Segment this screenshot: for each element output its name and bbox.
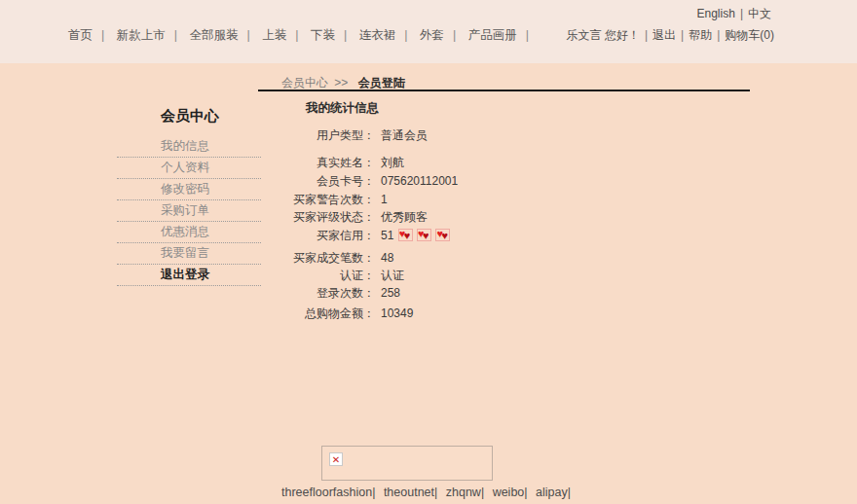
breadcrumb-current-page: 会员登陆 [358,76,405,90]
stat-row-real-name: 真实姓名：刘航 [224,155,404,171]
stat-label: 认证： [224,268,375,284]
stat-value: 认证 [381,269,404,282]
stat-label: 真实姓名： [224,155,375,171]
separator: | [481,486,484,499]
stat-label: 总购物金额： [224,306,375,322]
stat-value: 51 [381,229,393,242]
nav-item-new-arrivals[interactable]: 新款上市 [117,28,166,42]
user-bar: 乐文言 您好！|退出|帮助|购物车(0) [567,27,774,44]
stat-row-member-card-no: 会员卡号：075620112001 [224,173,458,190]
stat-value: 10349 [381,306,413,320]
stat-label: 买家成交笔数： [224,250,375,267]
stat-value: 48 [381,251,393,265]
footer-link-threefloorfashion[interactable]: threefloorfashion [281,486,372,499]
header: English|中文 首页| 新款上市| 全部服装| 上装| 下装| 连衣裙| … [0,0,857,63]
nav-item-catalog[interactable]: 产品画册 [468,28,517,42]
stat-row-user-type: 用户类型：普通会员 [224,127,428,144]
nav-item-bottoms[interactable]: 下装 [311,28,335,42]
stats-title: 我的统计信息 [306,100,379,117]
stat-label: 买家信用： [224,228,375,244]
separator: | [434,486,437,499]
language-switcher: English|中文 [697,6,771,22]
footer-link-zhqnw[interactable]: zhqnw [446,486,481,499]
stat-row-buyer-credit: 买家信用：51 ♥♥ ♥♥ ♥♥ [224,228,450,244]
stat-label: 会员卡号： [224,173,375,190]
sidebar-title: 会员中心 [117,107,261,126]
footer-link-theoutnet[interactable]: theoutnet [384,486,434,499]
nav-item-home[interactable]: 首页 [68,28,93,42]
stat-row-warning-count: 买家警告次数：1 [224,192,388,208]
help-link[interactable]: 帮助 [689,28,712,42]
separator: | [568,486,571,499]
nav-item-dresses[interactable]: 连衣裙 [359,28,396,42]
heart-icon: ♥♥ [398,229,413,241]
separator: | [645,28,648,42]
stat-value: 优秀顾客 [381,210,428,224]
logout-link[interactable]: 退出 [652,28,676,42]
breadcrumb-arrow: >> [334,76,348,90]
user-greeting: 乐文言 您好！ [567,28,640,42]
nav-item-coats[interactable]: 外套 [420,28,444,42]
lang-english[interactable]: English [697,7,735,20]
heart-icon: ♥♥ [435,229,450,241]
stat-value: 258 [381,286,400,300]
stat-value: 1 [381,193,388,206]
lang-chinese[interactable]: 中文 [748,7,771,20]
stat-value: 075620112001 [381,174,458,188]
main-nav: 首页| 新款上市| 全部服装| 上装| 下装| 连衣裙| 外套| 产品画册| [68,27,538,44]
stat-label: 用户类型： [224,127,375,144]
stat-label: 买家警告次数： [224,192,375,208]
stat-row-rating-status: 买家评级状态：优秀顾客 [224,209,428,226]
breadcrumb-divider [258,90,750,91]
image-placeholder-box: ✕ [321,446,493,481]
separator: | [681,28,684,42]
separator: | [344,28,347,42]
footer-link-weibo[interactable]: weibo [493,486,525,499]
broken-image-icon: ✕ [329,452,343,466]
stat-row-certification: 认证：认证 [224,268,404,284]
stat-label: 买家评级状态： [224,209,375,226]
nav-item-tops[interactable]: 上装 [262,28,286,42]
separator: | [524,486,527,499]
stat-value: 刘航 [381,156,404,169]
separator: | [453,28,456,42]
stat-row-total-purchase: 总购物金额：10349 [224,306,413,322]
cart-link[interactable]: 购物车(0) [725,28,774,42]
breadcrumb-member-center[interactable]: 会员中心 [281,76,328,90]
separator: | [526,28,529,42]
footer-link-alipay[interactable]: alipay [536,486,568,499]
separator: | [174,28,177,42]
stat-label: 登录次数： [224,285,375,302]
footer-links: threefloorfashion| theoutnet| zhqnw| wei… [0,486,857,499]
separator: | [101,28,104,42]
stat-value: 普通会员 [381,128,428,142]
member-center-page: English|中文 首页| 新款上市| 全部服装| 上装| 下装| 连衣裙| … [0,0,857,504]
separator: | [246,28,249,42]
separator: | [372,486,375,499]
separator: | [740,7,743,20]
heart-icon: ♥♥ [417,229,431,241]
stat-row-login-count: 登录次数：258 [224,285,400,302]
nav-item-all-clothing[interactable]: 全部服装 [189,28,238,42]
stat-row-deal-count: 买家成交笔数：48 [224,250,393,267]
separator: | [295,28,298,42]
separator: | [717,28,720,42]
separator: | [404,28,407,42]
